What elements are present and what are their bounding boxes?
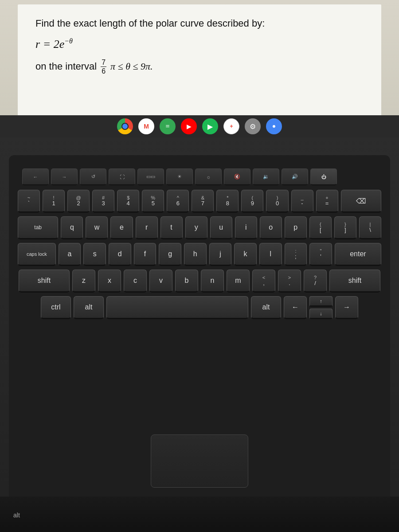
key-down[interactable]: ↓ [309, 309, 332, 319]
key-ctrl[interactable]: ctrl [41, 296, 71, 319]
windows-key[interactable]: ▭▭ [137, 168, 164, 185]
key-left[interactable]: ← [284, 296, 307, 319]
play-icon[interactable]: ▶ [202, 118, 218, 134]
key-l[interactable]: l [259, 243, 282, 266]
key-caps[interactable]: caps lock [18, 243, 56, 266]
key-f[interactable]: f [134, 243, 156, 266]
refresh-key[interactable]: ↺ [80, 168, 106, 185]
key-rbracket[interactable]: } ] [334, 216, 356, 239]
key-backspace[interactable]: ⌫ [341, 190, 381, 213]
key-9[interactable]: ( 9 [241, 190, 263, 213]
key-tab[interactable]: tab [18, 216, 58, 239]
brightness-down-key[interactable]: ☀ [166, 168, 193, 185]
key-b[interactable]: b [175, 270, 198, 293]
key-o[interactable]: o [260, 216, 282, 239]
power-key[interactable]: ⏻ [310, 168, 337, 185]
key-label: tab [34, 224, 42, 231]
key-ralt[interactable]: alt [251, 296, 281, 319]
key-p[interactable]: p [285, 216, 307, 239]
fraction-numerator: 7 [101, 58, 106, 67]
key-z[interactable]: z [72, 270, 95, 293]
key-2[interactable]: @ 2 [67, 190, 90, 213]
key-right[interactable]: → [335, 296, 358, 319]
key-lshift[interactable]: shift [19, 270, 70, 293]
gmail-icon[interactable]: M [138, 118, 154, 134]
key-comma[interactable]: < , [252, 270, 275, 293]
key-i[interactable]: i [235, 216, 257, 239]
key-3[interactable]: # 3 [92, 190, 114, 213]
key-label: ctrl [51, 303, 60, 311]
key-g[interactable]: g [159, 243, 181, 266]
key-period[interactable]: > . [278, 270, 301, 293]
key-s[interactable]: s [83, 243, 106, 266]
key-backslash[interactable]: | \ [359, 216, 381, 239]
key-d[interactable]: d [109, 243, 131, 266]
key-y[interactable]: y [185, 216, 207, 239]
key-a[interactable]: a [59, 243, 81, 266]
key-label: i [245, 223, 247, 231]
key-r[interactable]: r [136, 216, 158, 239]
key-6[interactable]: ^ 6 [167, 190, 189, 213]
key-label: b [185, 277, 189, 285]
forward-key[interactable]: → [51, 168, 78, 185]
sheets-icon[interactable]: ≡ [160, 118, 176, 134]
key-label: z [82, 277, 86, 285]
extra-icon[interactable]: ● [266, 118, 282, 134]
key-x[interactable]: x [98, 270, 121, 293]
vol-down-key[interactable]: 🔉 [253, 168, 279, 185]
key-tilde[interactable]: ~ ` [18, 190, 40, 213]
key-label: alt [262, 303, 270, 311]
key-bottom: ] [344, 227, 346, 233]
calendar-icon[interactable]: + [223, 118, 239, 134]
fullscreen-key[interactable]: ⛶ [109, 168, 135, 185]
key-v[interactable]: v [149, 270, 172, 293]
key-semicolon[interactable]: : ; [285, 243, 307, 266]
key-8[interactable]: * 8 [216, 190, 239, 213]
key-1[interactable]: ! 1 [43, 190, 65, 213]
key-label: ← [292, 303, 299, 311]
key-w[interactable]: w [86, 216, 108, 239]
key-j[interactable]: j [209, 243, 232, 266]
key-c[interactable]: c [124, 270, 147, 293]
key-7[interactable]: & 7 [192, 190, 214, 213]
touchpad[interactable] [151, 434, 248, 488]
alt-label: alt [13, 512, 20, 519]
back-key[interactable]: ← [22, 168, 49, 185]
key-minus[interactable]: _ - [291, 190, 313, 213]
youtube-icon[interactable]: ▶ [181, 118, 197, 134]
key-rshift[interactable]: shift [329, 270, 380, 293]
key-alt[interactable]: alt [74, 296, 104, 319]
key-quote[interactable]: " ' [309, 243, 332, 266]
key-label: x [108, 277, 111, 285]
key-t[interactable]: t [160, 216, 183, 239]
key-5[interactable]: % 5 [142, 190, 164, 213]
key-m[interactable]: m [227, 270, 250, 293]
key-bottom: 1 [52, 200, 55, 206]
key-label: caps lock [27, 251, 47, 257]
key-enter[interactable]: enter [335, 243, 381, 266]
key-4[interactable]: $ 4 [117, 190, 139, 213]
key-0[interactable]: ) 0 [266, 190, 288, 213]
key-h[interactable]: h [184, 243, 207, 266]
key-u[interactable]: u [210, 216, 232, 239]
key-q[interactable]: q [61, 216, 83, 239]
mute-key[interactable]: 🔇 [224, 168, 250, 185]
key-label: o [269, 223, 273, 231]
key-slash[interactable]: ? / [304, 270, 327, 293]
key-label: l [270, 250, 271, 258]
key-label: e [120, 223, 124, 231]
key-n[interactable]: n [201, 270, 224, 293]
key-up[interactable]: ↑ [309, 296, 332, 307]
key-label: v [159, 277, 163, 285]
brightness-up-key[interactable]: ☼ [195, 168, 222, 185]
key-equal[interactable]: + = [316, 190, 338, 213]
key-e[interactable]: e [110, 216, 133, 239]
key-k[interactable]: k [234, 243, 257, 266]
key-label: f [144, 250, 146, 258]
settings-icon[interactable]: ⚙ [245, 118, 261, 134]
chrome-icon[interactable] [117, 118, 133, 134]
key-space[interactable] [106, 296, 248, 319]
vol-up-key[interactable]: 🔊 [282, 168, 308, 185]
key-label: w [94, 223, 100, 231]
key-lbracket[interactable]: { [ [309, 216, 332, 239]
